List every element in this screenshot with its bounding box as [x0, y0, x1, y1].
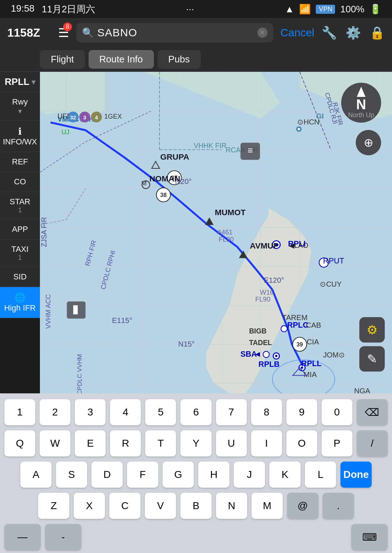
sidebar-item-sid[interactable]: SID [0, 267, 40, 287]
compass-north-label: North Up [348, 111, 374, 119]
svg-text:SBA: SBA [241, 350, 257, 359]
key-b[interactable]: B [180, 493, 212, 519]
sidebar-item-taxi[interactable]: TAXI 1 [0, 239, 40, 267]
key-6[interactable]: 6 [180, 399, 211, 425]
key-u[interactable]: U [216, 430, 247, 456]
key-g[interactable]: G [163, 462, 194, 488]
clock: 19:58 [11, 3, 34, 16]
svg-text:NGA: NGA [354, 387, 371, 393]
keyboard-dismiss-key[interactable]: ⌨ [351, 524, 388, 550]
at-key[interactable]: @ [287, 493, 318, 519]
key-f[interactable]: F [127, 462, 158, 488]
search-bar: 🔍 ✕ [76, 23, 273, 42]
airport-code: RPLL [5, 76, 29, 87]
search-input[interactable] [97, 26, 254, 39]
svg-text:VHHK FIR: VHHK FIR [194, 142, 226, 149]
key-z[interactable]: Z [38, 493, 69, 519]
key-v[interactable]: V [145, 493, 176, 519]
key-d[interactable]: D [91, 462, 123, 488]
cancel-button[interactable]: Cancel [281, 26, 314, 39]
key-9[interactable]: 9 [286, 399, 317, 425]
keyboard-row-bottom: — - ⌨ [4, 524, 388, 550]
sidebar-label-sid: SID [13, 272, 27, 282]
tab-pubs[interactable]: Pubs [158, 50, 201, 69]
key-w[interactable]: W [40, 430, 70, 456]
sidebar-sub-star: 1 [18, 206, 22, 214]
map-pen-button[interactable]: ✎ [359, 346, 385, 372]
route-list-button[interactable]: ☰ 8 [58, 25, 69, 40]
tab-flight[interactable]: Flight [40, 50, 85, 69]
dots-icon: ··· [186, 4, 194, 15]
key-0[interactable]: 0 [322, 399, 352, 425]
slash-key[interactable]: / [357, 430, 388, 456]
svg-text:M: M [141, 180, 146, 187]
key-t[interactable]: T [145, 430, 176, 456]
wrench-icon[interactable]: 🔧 [322, 25, 337, 40]
key-e[interactable]: E [75, 430, 106, 456]
compass[interactable]: N North Up [341, 83, 381, 123]
hyphen-key[interactable]: - [45, 524, 81, 550]
svg-point-54 [298, 128, 300, 130]
key-i[interactable]: I [251, 430, 282, 456]
sidebar-item-star[interactable]: STAR 1 [0, 192, 40, 220]
key-7[interactable]: 7 [216, 399, 247, 425]
key-s[interactable]: S [56, 462, 87, 488]
key-5[interactable]: 5 [145, 399, 176, 425]
svg-text:JOM⊙: JOM⊙ [323, 351, 345, 359]
emdash-key[interactable]: — [4, 524, 41, 550]
backspace-key[interactable]: ⌫ [357, 399, 388, 425]
key-c[interactable]: C [109, 493, 140, 519]
key-8[interactable]: 8 [251, 399, 282, 425]
top-bar: 1158Z ☰ 8 🔍 ✕ Cancel 🔧 ⚙️ 🔒 [0, 18, 392, 47]
sidebar-item-high-ifr[interactable]: 🌐 High IFR [0, 287, 40, 318]
key-h[interactable]: H [198, 462, 229, 488]
svg-text:▊: ▊ [73, 305, 79, 315]
keyboard: 1 2 3 4 5 6 7 8 9 0 ⌫ Q W E R T Y U I O … [0, 393, 392, 553]
sidebar-item-info-wx[interactable]: ℹ INFO/WX [0, 121, 40, 152]
pen-icon: ✎ [367, 352, 377, 366]
svg-text:GI: GI [316, 112, 324, 120]
key-q[interactable]: Q [4, 430, 35, 456]
key-x[interactable]: X [74, 493, 105, 519]
key-y[interactable]: Y [180, 430, 211, 456]
battery-icon: 🔋 [369, 4, 381, 15]
gear-icon: ⚙ [367, 323, 377, 337]
runway-selector[interactable]: Rwy ▾ [0, 92, 40, 121]
dot-key[interactable]: . [323, 493, 354, 519]
sidebar-label-co: CO [14, 177, 26, 187]
key-3[interactable]: 3 [75, 399, 106, 425]
sidebar-item-app[interactable]: APP [0, 220, 40, 239]
key-4[interactable]: 4 [110, 399, 141, 425]
key-m[interactable]: M [252, 493, 283, 519]
svg-text:NOMAN: NOMAN [150, 174, 180, 183]
map-canvas: M 37 38 SBA RPLB 39 [40, 72, 392, 393]
sidebar-item-co[interactable]: CO [0, 172, 40, 192]
svg-text:FL90: FL90 [219, 235, 234, 243]
map-settings-button[interactable]: ⚙ [359, 317, 385, 343]
key-l[interactable]: L [305, 462, 336, 488]
key-j[interactable]: J [234, 462, 265, 488]
sidebar-item-ref[interactable]: REF [0, 152, 40, 172]
lock-icon[interactable]: 🔒 [369, 25, 385, 40]
clear-search-button[interactable]: ✕ [257, 28, 268, 38]
svg-text:4: 4 [95, 114, 98, 120]
svg-text:E115°: E115° [112, 316, 132, 324]
key-p[interactable]: P [322, 430, 352, 456]
key-1[interactable]: 1 [4, 399, 35, 425]
key-k[interactable]: K [269, 462, 301, 488]
key-o[interactable]: O [286, 430, 317, 456]
sidebar-label-star: STAR [9, 197, 30, 206]
airport-selector[interactable]: RPLL ▾ [0, 72, 40, 92]
done-key[interactable]: Done [340, 462, 372, 488]
settings-icon[interactable]: ⚙️ [346, 25, 361, 40]
svg-text:BIGB: BIGB [249, 327, 266, 335]
tab-route-info[interactable]: Route Info [89, 50, 154, 69]
location-icon: ▲ [285, 4, 294, 15]
route-badge: 8 [63, 22, 72, 31]
key-2[interactable]: 2 [40, 399, 70, 425]
key-n[interactable]: N [216, 493, 247, 519]
map-area[interactable]: M 37 38 SBA RPLB 39 [40, 72, 392, 393]
key-r[interactable]: R [110, 430, 141, 456]
key-a[interactable]: A [20, 462, 52, 488]
location-button[interactable]: ⊕ [356, 130, 381, 155]
